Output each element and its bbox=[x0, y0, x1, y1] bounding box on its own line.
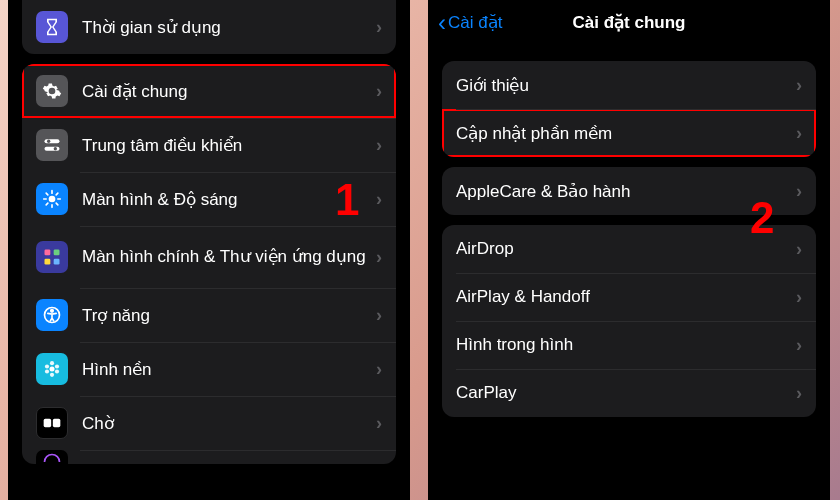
gear-icon bbox=[36, 75, 68, 107]
sliders-icon bbox=[36, 129, 68, 161]
flower-icon bbox=[36, 353, 68, 385]
step-annotation-1: 1 bbox=[335, 175, 359, 225]
settings-group-main: Cài đặt chung › Trung tâm điều khiển › M… bbox=[22, 64, 396, 464]
app-grid-icon bbox=[36, 241, 68, 273]
row-label: CarPlay bbox=[456, 383, 796, 403]
row-label: Cập nhật phần mềm bbox=[456, 123, 796, 144]
accessibility-icon bbox=[36, 299, 68, 331]
row-carplay[interactable]: CarPlay › bbox=[442, 369, 816, 417]
svg-rect-19 bbox=[53, 419, 61, 427]
svg-point-11 bbox=[50, 367, 55, 372]
general-group-connectivity: AirDrop › AirPlay & Handoff › Hình trong… bbox=[442, 225, 816, 417]
chevron-right-icon: › bbox=[796, 287, 802, 308]
svg-rect-18 bbox=[44, 419, 52, 427]
chevron-right-icon: › bbox=[796, 383, 802, 404]
general-settings-screen: ‹ Cài đặt Cài đặt chung Giới thiệu › Cập… bbox=[428, 0, 830, 500]
row-label: AppleCare & Bảo hành bbox=[456, 181, 796, 202]
svg-rect-8 bbox=[54, 259, 60, 265]
row-airplay-handoff[interactable]: AirPlay & Handoff › bbox=[442, 273, 816, 321]
chevron-right-icon: › bbox=[376, 359, 382, 380]
svg-point-2 bbox=[47, 140, 50, 143]
row-about[interactable]: Giới thiệu › bbox=[442, 61, 816, 109]
svg-point-20 bbox=[45, 455, 60, 463]
row-wallpaper[interactable]: Hình nền › bbox=[22, 342, 396, 396]
row-label: AirDrop bbox=[456, 239, 796, 259]
settings-group-screentime: Thời gian sử dụng › bbox=[22, 0, 396, 54]
row-software-update[interactable]: Cập nhật phần mềm › bbox=[442, 109, 816, 157]
row-general[interactable]: Cài đặt chung › bbox=[22, 64, 396, 118]
row-label: Màn hình chính & Thư viện ứng dụng bbox=[82, 246, 376, 268]
svg-point-17 bbox=[45, 364, 49, 368]
general-group-about: Giới thiệu › Cập nhật phần mềm › bbox=[442, 61, 816, 157]
chevron-right-icon: › bbox=[376, 305, 382, 326]
back-label: Cài đặt bbox=[448, 12, 502, 33]
chevron-right-icon: › bbox=[376, 189, 382, 210]
chevron-right-icon: › bbox=[796, 181, 802, 202]
row-label: Chờ bbox=[82, 413, 376, 434]
row-label: Cài đặt chung bbox=[82, 81, 376, 102]
row-label: Giới thiệu bbox=[456, 75, 796, 96]
svg-point-10 bbox=[51, 310, 54, 313]
row-standby[interactable]: Chờ › bbox=[22, 396, 396, 450]
row-label: Hình nền bbox=[82, 359, 376, 380]
back-button[interactable]: ‹ Cài đặt bbox=[438, 9, 502, 37]
svg-point-15 bbox=[50, 373, 54, 377]
siri-icon bbox=[36, 450, 68, 464]
hourglass-icon bbox=[36, 11, 68, 43]
nav-header: ‹ Cài đặt Cài đặt chung bbox=[428, 0, 830, 51]
row-label: Thời gian sử dụng bbox=[82, 17, 376, 38]
svg-rect-6 bbox=[54, 250, 60, 256]
row-home-screen[interactable]: Màn hình chính & Thư viện ứng dụng › bbox=[22, 226, 396, 288]
chevron-right-icon: › bbox=[796, 335, 802, 356]
row-label: Màn hình & Độ sáng bbox=[82, 189, 376, 210]
svg-point-14 bbox=[55, 369, 59, 373]
sun-icon bbox=[36, 183, 68, 215]
svg-point-13 bbox=[55, 364, 59, 368]
row-siri-search[interactable] bbox=[22, 450, 396, 464]
svg-rect-7 bbox=[45, 259, 51, 265]
page-title: Cài đặt chung bbox=[573, 12, 686, 33]
row-pip[interactable]: Hình trong hình › bbox=[442, 321, 816, 369]
row-accessibility[interactable]: Trợ năng › bbox=[22, 288, 396, 342]
svg-rect-5 bbox=[45, 250, 51, 256]
chevron-right-icon: › bbox=[796, 239, 802, 260]
svg-point-4 bbox=[49, 196, 56, 203]
row-label: Trung tâm điều khiển bbox=[82, 135, 376, 156]
row-label: Trợ năng bbox=[82, 305, 376, 326]
svg-rect-0 bbox=[45, 139, 60, 143]
row-control-center[interactable]: Trung tâm điều khiển › bbox=[22, 118, 396, 172]
row-label: Hình trong hình bbox=[456, 335, 796, 355]
chevron-right-icon: › bbox=[796, 75, 802, 96]
row-label: AirPlay & Handoff bbox=[456, 287, 796, 307]
svg-point-3 bbox=[54, 147, 57, 150]
step-annotation-2: 2 bbox=[750, 193, 774, 243]
chevron-right-icon: › bbox=[376, 413, 382, 434]
chevron-right-icon: › bbox=[376, 135, 382, 156]
row-screentime[interactable]: Thời gian sử dụng › bbox=[22, 0, 396, 54]
chevron-right-icon: › bbox=[376, 247, 382, 268]
chevron-right-icon: › bbox=[796, 123, 802, 144]
settings-main-screen: Thời gian sử dụng › Cài đặt chung › Trun… bbox=[8, 0, 410, 500]
svg-point-16 bbox=[45, 369, 49, 373]
chevron-left-icon: ‹ bbox=[438, 9, 446, 37]
svg-rect-1 bbox=[45, 147, 60, 151]
chevron-right-icon: › bbox=[376, 81, 382, 102]
chevron-right-icon: › bbox=[376, 17, 382, 38]
svg-point-12 bbox=[50, 361, 54, 365]
clock-widget-icon bbox=[36, 407, 68, 439]
